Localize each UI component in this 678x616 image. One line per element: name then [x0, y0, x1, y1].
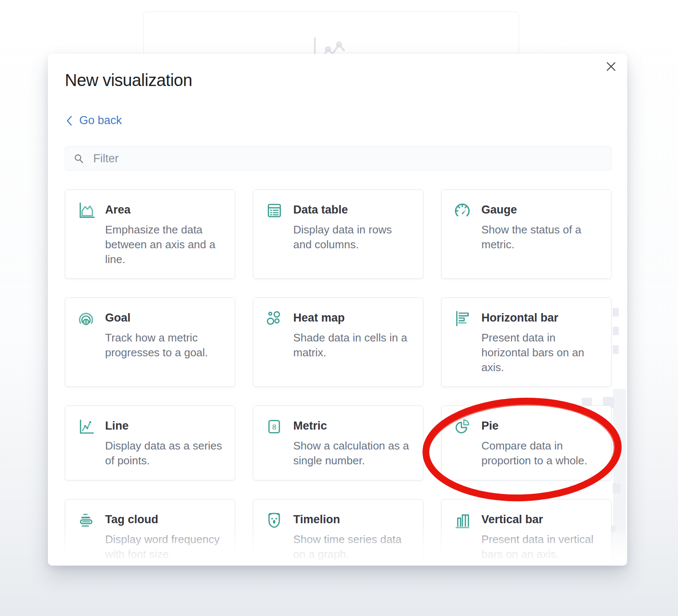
- background-watermark: [613, 483, 620, 493]
- vis-type-title: Pie: [481, 419, 600, 433]
- tag-cloud-icon: [76, 511, 96, 530]
- go-back-label: Go back: [79, 114, 122, 127]
- vis-type-card-gauge[interactable]: Gauge Show the status of a metric.: [441, 189, 611, 279]
- metric-icon: 8: [264, 417, 284, 436]
- area-chart-icon: [76, 201, 96, 220]
- vis-type-card-heat-map[interactable]: Heat map Shade data in cells in a matrix…: [253, 297, 423, 387]
- data-table-icon: [264, 201, 284, 220]
- vis-type-title: Metric: [293, 419, 412, 433]
- vis-type-card-timelion[interactable]: Timelion Show time series data on a grap…: [253, 499, 423, 566]
- gauge-icon: [453, 201, 472, 220]
- vis-type-description: Present data in vertical bars on an axis…: [481, 532, 600, 562]
- vis-type-title: Horizontal bar: [481, 311, 600, 325]
- vis-type-card-metric[interactable]: 8 Metric Show a calculation as a single …: [253, 405, 423, 480]
- vis-type-description: Show a calculation as a single number.: [293, 438, 412, 468]
- close-icon[interactable]: [603, 59, 619, 74]
- background-watermark: [613, 345, 619, 354]
- filter-search-input[interactable]: [65, 146, 611, 171]
- horizontal-bar-icon: [453, 309, 472, 328]
- vis-type-title: Tag cloud: [105, 513, 224, 526]
- modal-title: New visualization: [65, 71, 192, 90]
- goal-icon: 8: [76, 309, 96, 328]
- vis-type-title: Timelion: [293, 513, 412, 526]
- vis-type-description: Present data in horizontal bars on an ax…: [481, 330, 600, 375]
- timelion-icon: [264, 511, 284, 530]
- vis-type-description: Display data as a series of points.: [105, 438, 224, 468]
- vis-type-card-tag-cloud[interactable]: Tag cloud Display word frequency with fo…: [65, 499, 235, 566]
- visualization-type-grid: Area Emphasize the data between an axis …: [65, 189, 611, 566]
- background-watermark: [613, 327, 619, 335]
- vis-type-card-line[interactable]: Line Display data as a series of points.: [65, 405, 235, 480]
- new-visualization-modal: New visualization Go back Area Emphasize…: [48, 54, 627, 566]
- vis-type-title: Data table: [293, 203, 412, 216]
- vis-type-description: Show the status of a metric.: [481, 222, 600, 252]
- vis-type-description: Track how a metric progresses to a goal.: [105, 330, 224, 360]
- vis-type-title: Heat map: [293, 311, 412, 325]
- vis-type-title: Area: [105, 203, 224, 216]
- vis-type-card-data-table[interactable]: Data table Display data in rows and colu…: [253, 189, 423, 279]
- vis-type-title: Gauge: [481, 203, 600, 216]
- pie-chart-icon: [453, 417, 472, 436]
- vis-type-card-goal[interactable]: 8 Goal Track how a metric progresses to …: [65, 297, 235, 387]
- vis-type-card-vertical-bar[interactable]: Vertical bar Present data in vertical ba…: [441, 499, 611, 566]
- svg-text:8: 8: [272, 423, 276, 431]
- vis-type-description: Compare data in proportion to a whole.: [481, 438, 600, 468]
- line-chart-icon: [76, 417, 96, 436]
- vis-type-title: Goal: [105, 311, 224, 325]
- svg-text:8: 8: [85, 319, 88, 325]
- vertical-bar-icon: [453, 511, 472, 530]
- go-back-link[interactable]: Go back: [66, 114, 122, 127]
- vis-type-description: Shade data in cells in a matrix.: [293, 330, 412, 360]
- vis-type-title: Vertical bar: [481, 513, 600, 526]
- vis-type-title: Line: [105, 419, 224, 433]
- vis-type-description: Display data in rows and columns.: [293, 222, 412, 252]
- vis-type-description: Show time series data on a graph.: [293, 532, 412, 562]
- vis-type-card-horizontal-bar[interactable]: Horizontal bar Present data in horizonta…: [441, 297, 611, 387]
- chevron-left-icon: [66, 115, 72, 126]
- background-watermark: [613, 308, 619, 316]
- vis-type-card-area[interactable]: Area Emphasize the data between an axis …: [65, 189, 235, 279]
- vis-type-description: Emphasize the data between an axis and a…: [105, 222, 224, 267]
- vis-type-description: Display word frequency with font size.: [105, 532, 224, 562]
- heat-map-icon: [264, 309, 284, 328]
- vis-type-card-pie[interactable]: Pie Compare data in proportion to a whol…: [441, 405, 611, 480]
